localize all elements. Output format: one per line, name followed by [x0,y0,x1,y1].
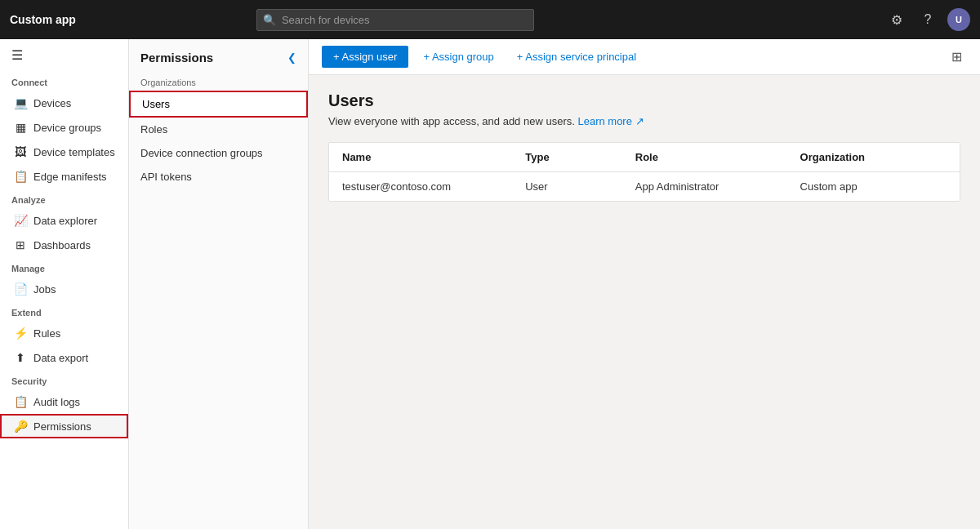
perm-section-label-organizations: Organizations [129,73,308,91]
search-input[interactable] [256,9,534,31]
section-label-analyze: Analyze [0,189,128,208]
search-container: 🔍 [256,9,534,31]
sidebar-item-audit-logs[interactable]: 📋 Audit logs [0,389,128,414]
cell-role: App Administrator [635,180,800,193]
users-heading: Users [328,91,960,110]
users-subtitle: View everyone with app access, and add n… [328,115,960,127]
sidebar-item-data-export[interactable]: ⬆ Data export [0,345,128,370]
sidebar-item-label: Permissions [33,420,91,433]
sidebar-item-label: Edge manifests [33,171,107,183]
data-export-icon: ⬆ [14,351,27,364]
permissions-header: Permissions ❮ [129,39,308,73]
external-link-icon: ↗ [635,115,644,127]
permissions-panel: Permissions ❮ Organizations Users Roles … [129,39,309,529]
sidebar-item-permissions[interactable]: 🔑 Permissions [0,414,128,438]
col-name: Name [342,151,525,163]
users-section: Users View everyone with app access, and… [309,75,980,529]
section-label-extend: Extend [0,301,128,321]
cell-name: testuser@contoso.com [342,180,525,193]
assign-user-button[interactable]: + Assign user [322,46,408,68]
device-groups-icon: ▦ [14,121,27,134]
sidebar-item-label: Devices [33,97,71,109]
table-row[interactable]: testuser@contoso.com User App Administra… [329,172,960,201]
permissions-icon: 🔑 [14,420,27,433]
topbar-icons: ⚙ ? U [885,8,970,31]
table-header: Name Type Role Organization [329,143,960,172]
assign-service-principal-button[interactable]: + Assign service principal [509,46,644,68]
col-type: Type [525,151,635,163]
action-bar: + Assign user + Assign group + Assign se… [309,39,980,75]
sidebar-item-label: Data explorer [33,215,97,227]
sidebar-item-devices[interactable]: 💻 Devices [0,91,128,115]
sidebar-item-rules[interactable]: ⚡ Rules [0,321,128,345]
avatar[interactable]: U [947,8,970,31]
sidebar-item-label: Rules [33,327,60,340]
sidebar-item-data-explorer[interactable]: 📈 Data explorer [0,208,128,233]
sidebar-item-dashboards[interactable]: ⊞ Dashboards [0,233,128,257]
permissions-collapse-button[interactable]: ❮ [287,51,296,64]
assign-group-button[interactable]: + Assign group [415,46,501,68]
sidebar-item-device-groups[interactable]: ▦ Device groups [0,115,128,140]
content-area: + Assign user + Assign group + Assign se… [309,39,980,529]
section-label-security: Security [0,370,128,389]
data-explorer-icon: 📈 [14,214,27,227]
cell-type: User [525,180,635,193]
learn-more-link[interactable]: Learn more ↗ [577,115,644,127]
perm-item-api-tokens[interactable]: API tokens [129,165,308,189]
help-button[interactable]: ? [916,8,939,31]
users-table: Name Type Role Organization testuser@con… [328,142,960,202]
permissions-panel-title: Permissions [140,51,213,64]
jobs-icon: 📄 [14,282,27,296]
grid-view-button[interactable]: ⊞ [947,46,967,68]
main-layout: ☰ Connect 💻 Devices ▦ Device groups 🖼 De… [0,39,980,529]
search-icon: 🔍 [263,14,276,26]
edge-manifests-icon: 📋 [14,170,27,183]
perm-item-device-connection-groups[interactable]: Device connection groups [129,141,308,165]
sidebar: ☰ Connect 💻 Devices ▦ Device groups 🖼 De… [0,39,129,529]
hamburger-menu[interactable]: ☰ [0,39,128,71]
section-label-connect: Connect [0,71,128,91]
sidebar-item-edge-manifests[interactable]: 📋 Edge manifests [0,164,128,189]
sidebar-item-device-templates[interactable]: 🖼 Device templates [0,140,128,164]
rules-icon: ⚡ [14,327,27,340]
cell-organization: Custom app [800,180,947,193]
sidebar-item-jobs[interactable]: 📄 Jobs [0,277,128,301]
sidebar-item-label: Audit logs [33,396,80,408]
devices-icon: 💻 [14,96,27,109]
app-title: Custom app [10,13,76,26]
section-label-manage: Manage [0,257,128,277]
sidebar-item-label: Dashboards [33,239,91,251]
sidebar-item-label: Device groups [33,122,101,134]
perm-item-users[interactable]: Users [129,91,308,118]
col-organization: Organization [800,151,947,163]
action-bar-right: ⊞ [947,46,967,68]
dashboards-icon: ⊞ [14,238,27,251]
topbar: Custom app 🔍 ⚙ ? U [0,0,980,39]
audit-logs-icon: 📋 [14,395,27,408]
sidebar-item-label: Jobs [33,283,56,296]
sidebar-item-label: Data export [33,352,88,364]
col-role: Role [635,151,800,163]
device-templates-icon: 🖼 [14,145,27,158]
perm-item-roles[interactable]: Roles [129,118,308,141]
settings-button[interactable]: ⚙ [885,8,908,31]
sidebar-item-label: Device templates [33,146,115,158]
